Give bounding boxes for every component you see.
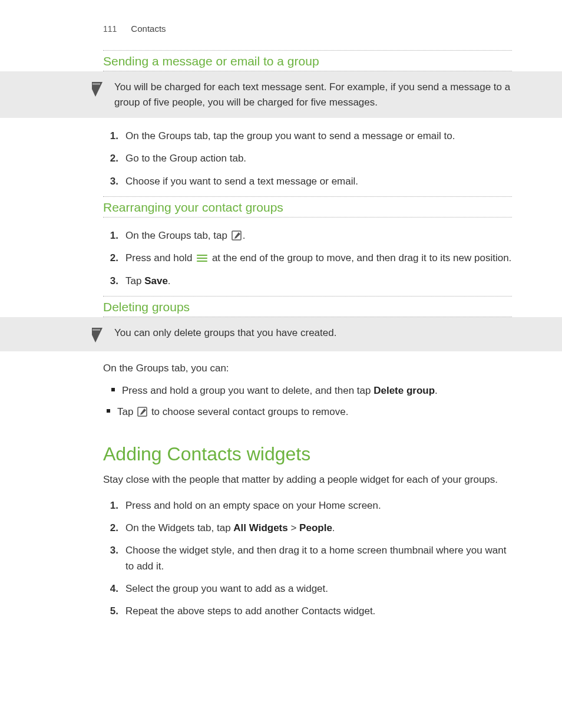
lead-text: On the Groups tab, you can: [103, 361, 512, 376]
note-text: You can only delete groups that you have… [114, 325, 336, 341]
ui-label-all-widgets: All Widgets [233, 522, 287, 533]
ui-label-people: People [299, 522, 332, 533]
step-item: 3. Choose if you want to send a text mes… [103, 174, 512, 189]
step-item: 2. Press and hold at the end of the grou… [103, 251, 512, 266]
step-number: 2. [103, 251, 118, 266]
section-title: Deleting groups [103, 297, 512, 317]
square-bullet-icon [111, 388, 115, 391]
step-text: Select the group you want to add as a wi… [125, 581, 512, 597]
steps-sending: 1. On the Groups tab, tap the group you … [103, 129, 512, 189]
step-text: Go to the Group action tab. [125, 151, 512, 166]
section-title: Sending a message or email to a group [103, 51, 512, 71]
step-text-part: On the Groups tab, tap [125, 230, 230, 241]
steps-widgets: 1. Press and hold on an empty space on y… [103, 498, 512, 620]
step-item: 2. On the Widgets tab, tap All Widgets >… [103, 521, 512, 536]
step-text-part: at the end of the group to move, and the… [212, 252, 511, 263]
step-text-part: > [288, 522, 299, 533]
step-number: 1. [103, 129, 118, 144]
drag-handle-icon [196, 253, 208, 263]
heading-adding-widgets: Adding Contacts widgets [103, 443, 512, 465]
step-text-part: . [243, 230, 246, 241]
lead-text: Stay close with the people that matter b… [103, 472, 512, 487]
note-box-delete: You can only delete groups that you have… [0, 317, 562, 351]
bullet-text: Press and hold a group you want to delet… [122, 383, 512, 398]
ui-label-save: Save [144, 275, 168, 286]
bullet-text-part: Tap [117, 406, 136, 417]
step-number: 3. [103, 274, 118, 289]
step-text-part: . [168, 275, 171, 286]
step-item: 2. Go to the Group action tab. [103, 151, 512, 166]
step-number: 2. [103, 151, 118, 166]
pencil-note-icon [88, 325, 106, 343]
step-text: Choose the widget style, and then drag i… [125, 543, 512, 574]
step-item: 3. Tap Save. [103, 274, 512, 289]
step-item: 4. Select the group you want to add as a… [103, 581, 512, 597]
document-page: 111 Contacts Sending a message or email … [0, 24, 562, 650]
step-text-part: On the Widgets tab, tap [125, 522, 233, 533]
step-item: 1. On the Groups tab, tap . [103, 228, 512, 243]
step-item: 1. Press and hold on an empty space on y… [103, 498, 512, 513]
step-text: On the Groups tab, tap . [125, 228, 512, 243]
step-number: 4. [103, 581, 118, 597]
chapter-name: Contacts [131, 24, 166, 34]
step-text: Repeat the above steps to add another Co… [125, 604, 512, 619]
bullets-deleting: Press and hold a group you want to delet… [103, 383, 512, 420]
step-text-part: . [332, 522, 335, 533]
step-text: Tap Save. [125, 274, 512, 289]
square-bullet-icon [107, 409, 110, 413]
bullet-item: Press and hold a group you want to delet… [103, 383, 512, 398]
step-number: 2. [103, 521, 118, 536]
note-text: You will be charged for each text messag… [114, 80, 512, 110]
page-number: 111 [103, 24, 117, 34]
bullet-text-part: Press and hold a group you want to delet… [122, 385, 373, 396]
page-header: 111 Contacts [103, 24, 512, 34]
step-number: 3. [103, 543, 118, 558]
step-text: Choose if you want to send a text messag… [125, 174, 512, 189]
bullet-item: Tap to choose several contact groups to … [103, 404, 512, 420]
ui-label-delete-group: Delete group [373, 385, 435, 396]
step-text-part: Press and hold [125, 252, 195, 263]
step-text: Press and hold on an empty space on your… [125, 498, 512, 513]
step-number: 3. [103, 174, 118, 189]
pencil-note-icon [88, 80, 106, 97]
section-deleting: Deleting groups [103, 296, 512, 317]
step-text: On the Groups tab, tap the group you wan… [125, 129, 512, 144]
step-text-part: Tap [125, 275, 144, 286]
step-number: 1. [103, 498, 118, 513]
step-number: 5. [103, 604, 118, 619]
edit-icon [232, 230, 242, 241]
step-text: Press and hold at the end of the group t… [125, 251, 512, 266]
section-sending-message: Sending a message or email to a group [103, 50, 512, 71]
step-number: 1. [103, 228, 118, 243]
section-title: Rearranging your contact groups [103, 197, 512, 217]
bullet-text-part: . [435, 385, 438, 396]
step-text: On the Widgets tab, tap All Widgets > Pe… [125, 521, 512, 536]
bullet-text-part: to choose several contact groups to remo… [151, 406, 349, 417]
bullet-text: Tap to choose several contact groups to … [117, 404, 512, 420]
steps-rearranging: 1. On the Groups tab, tap . 2. Press and… [103, 228, 512, 289]
step-item: 1. On the Groups tab, tap the group you … [103, 129, 512, 144]
step-item: 3. Choose the widget style, and then dra… [103, 543, 512, 574]
step-item: 5. Repeat the above steps to add another… [103, 604, 512, 619]
edit-icon [137, 407, 147, 417]
note-box-charges: You will be charged for each text messag… [0, 71, 562, 118]
section-rearranging: Rearranging your contact groups [103, 196, 512, 218]
